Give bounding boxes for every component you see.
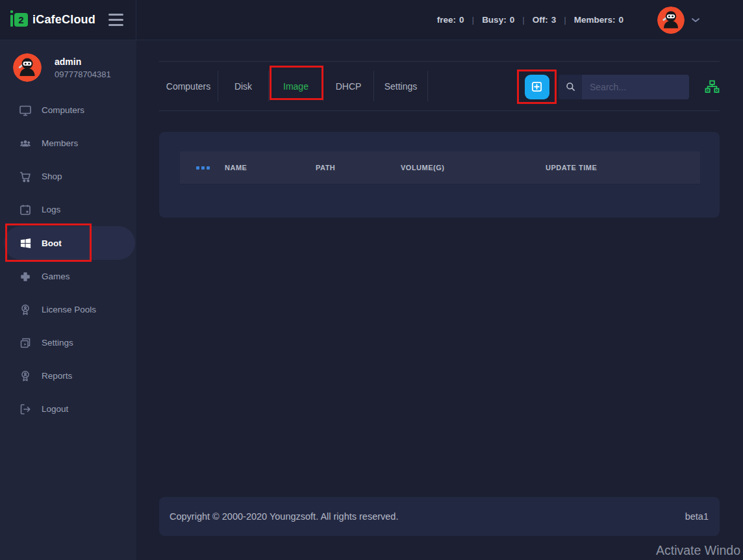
sidebar-item-settings[interactable]: Settings	[0, 326, 136, 359]
activate-windows-watermark: Activate Windo	[656, 543, 740, 558]
tab-computers[interactable]: Computers	[159, 71, 218, 101]
sidebar-item-label: Games	[42, 272, 70, 281]
search-icon	[559, 75, 582, 99]
sidebar-item-label: Computers	[42, 105, 84, 115]
stat-members-value: 0	[618, 15, 623, 25]
add-image-button[interactable]	[525, 75, 549, 99]
sidebar-item-shop[interactable]: Shop	[0, 160, 136, 193]
top-bar: 2 iCafeCloud free: 0 | Busy: 0 | Off: 3 …	[0, 0, 743, 40]
profile-username: admin	[55, 57, 111, 67]
layers-icon	[19, 337, 32, 350]
sidebar-item-reports[interactable]: Reports	[0, 359, 136, 392]
sidebar-item-logout[interactable]: Logout	[0, 392, 136, 426]
sidebar-item-computers[interactable]: Computers	[0, 94, 136, 127]
tab-image[interactable]: Image	[269, 71, 323, 101]
toolbar-actions	[517, 62, 720, 112]
gamepad-icon	[19, 270, 32, 283]
add-plus-icon	[531, 81, 543, 93]
stat-separator: |	[472, 15, 475, 25]
column-header-update-time: UPDATE TIME	[546, 164, 700, 172]
stat-separator: |	[564, 15, 566, 25]
search-input[interactable]	[582, 75, 689, 99]
sidebar-item-games[interactable]: Games	[0, 260, 136, 293]
sidebar-item-label: Logs	[42, 205, 60, 214]
table-header-row: NAME PATH VOLUME(G) UPDATE TIME	[180, 151, 700, 185]
stat-free-label: free:	[437, 15, 456, 25]
sidebar-item-label: Logout	[42, 404, 68, 414]
stat-off-value: 3	[551, 15, 557, 25]
annotation-box-add-button	[517, 70, 557, 104]
badge-icon	[19, 303, 32, 316]
stat-free-value: 0	[459, 15, 464, 25]
tab-bar: Computers Disk Image DHCP Settings	[159, 62, 428, 110]
tab-disk[interactable]: Disk	[218, 71, 269, 101]
row-options-icon[interactable]	[196, 166, 225, 170]
profile-avatar	[13, 53, 42, 82]
sidebar-item-label: License Pools	[42, 305, 96, 314]
sidebar-item-label: Shop	[42, 172, 62, 181]
stat-busy-value: 0	[510, 15, 515, 25]
app-window: 2 iCafeCloud free: 0 | Busy: 0 | Off: 3 …	[0, 0, 743, 560]
column-header-name: NAME	[225, 164, 316, 172]
sidebar-item-label: Boot	[42, 238, 62, 248]
profile-phone: 097778704381	[55, 70, 111, 79]
main-content: Computers Disk Image DHCP Settings	[136, 40, 743, 560]
chevron-down-icon[interactable]	[691, 17, 700, 23]
menu-toggle-icon[interactable]	[108, 14, 124, 26]
tab-settings[interactable]: Settings	[374, 71, 428, 101]
report-badge-icon	[19, 370, 32, 383]
sidebar-item-label: Settings	[42, 338, 73, 348]
brand: 2 iCafeCloud	[0, 0, 136, 40]
brand-name: iCafeCloud	[32, 13, 95, 27]
image-table-card: NAME PATH VOLUME(G) UPDATE TIME	[159, 132, 720, 218]
search-box	[559, 75, 689, 99]
sidebar-item-label: Members	[42, 138, 78, 148]
stat-busy-label: Busy:	[482, 15, 507, 25]
logout-icon	[19, 403, 32, 416]
sidebar-nav: Computers Members Shop Logs	[0, 94, 136, 426]
sidebar-item-logs[interactable]: Logs	[0, 193, 136, 226]
footer: Copyright © 2000-2020 Youngzsoft. All ri…	[159, 497, 720, 536]
network-topology-icon[interactable]	[704, 79, 720, 95]
sidebar-item-label: Reports	[42, 371, 72, 381]
sidebar-item-members[interactable]: Members	[0, 127, 136, 160]
brand-logo-icon: 2	[10, 13, 28, 27]
brand-logo-mark: 2	[14, 13, 28, 27]
calendar-icon	[19, 203, 32, 216]
sidebar: admin 097778704381 Computers Members	[0, 40, 136, 560]
sidebar-profile: admin 097778704381	[13, 53, 111, 82]
column-header-path: PATH	[316, 164, 401, 172]
stat-separator: |	[522, 15, 525, 25]
top-bar-right: free: 0 | Busy: 0 | Off: 3 | Members: 0	[136, 0, 743, 40]
copyright-text: Copyright © 2000-2020 Youngzsoft. All ri…	[170, 511, 398, 522]
cart-icon	[19, 170, 32, 183]
status-counters: free: 0 | Busy: 0 | Off: 3 | Members: 0	[437, 15, 623, 25]
boot-toolbar: Computers Disk Image DHCP Settings	[159, 61, 720, 111]
monitor-icon	[19, 104, 32, 117]
stat-members-label: Members:	[574, 15, 616, 25]
sidebar-item-boot[interactable]: Boot	[4, 226, 135, 260]
tab-dhcp[interactable]: DHCP	[323, 71, 374, 101]
user-avatar[interactable]	[657, 6, 685, 34]
members-icon	[19, 137, 32, 150]
column-header-volume: VOLUME(G)	[401, 164, 546, 172]
version-label: beta1	[685, 511, 709, 522]
windows-icon	[19, 236, 32, 249]
stat-off-label: Off:	[533, 15, 548, 25]
sidebar-item-license-pools[interactable]: License Pools	[0, 293, 136, 326]
